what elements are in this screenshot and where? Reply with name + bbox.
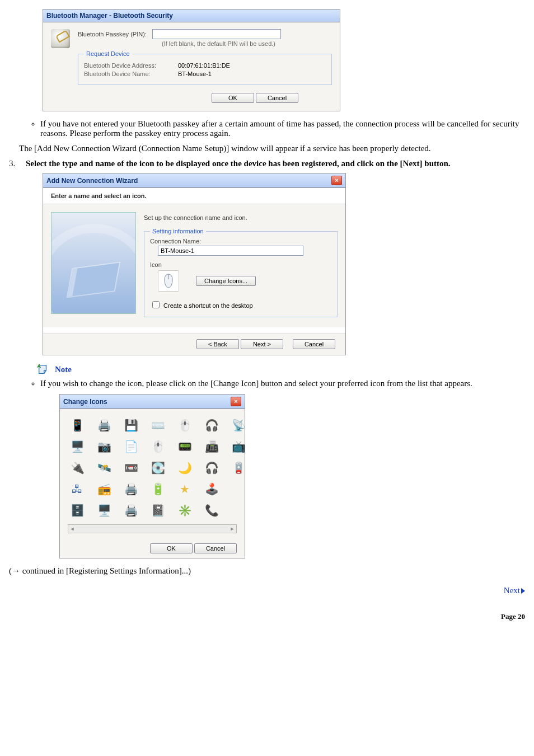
ok-button[interactable]: OK: [150, 543, 193, 553]
step-instruction: Select the type and name of the icon to …: [26, 159, 451, 168]
ok-button[interactable]: OK: [212, 93, 254, 103]
cancel-button[interactable]: Cancel: [256, 93, 298, 103]
back-button[interactable]: < Back: [196, 339, 239, 349]
device-name-value: BT-Mouse-1: [178, 71, 212, 77]
icon-option[interactable]: 📺: [229, 438, 248, 455]
icon-option[interactable]: 📻: [95, 481, 114, 497]
dialog-title: Bluetooth Manager - Bluetooth Security: [46, 12, 173, 20]
icon-grid[interactable]: 📱 🖨️ 💾 ⌨️ 🖱️ 🎧 📡 🖥️ 📷 📄 🖱️ 📟 📠 📺 🔌 🛰️ 📼 …: [60, 409, 245, 524]
wizard-instruction: Set up the connection name and icon.: [144, 214, 338, 221]
next-page-link[interactable]: Next: [504, 586, 525, 595]
icon-option[interactable]: 🖥️: [68, 438, 87, 455]
icon-option[interactable]: 🛰️: [95, 459, 114, 476]
change-icons-dialog: Change Icons × 📱 🖨️ 💾 ⌨️ 🖱️ 🎧 📡 🖥️ 📷 📄 🖱…: [59, 394, 245, 558]
device-name-label: Bluetooth Device Name:: [84, 71, 174, 77]
next-button[interactable]: Next >: [241, 339, 283, 349]
passkey-input[interactable]: [152, 29, 281, 39]
icon-option[interactable]: 🔋: [148, 481, 167, 497]
cancel-button[interactable]: Cancel: [293, 339, 335, 349]
icon-option[interactable]: ⌨️: [148, 417, 167, 434]
key-icon: [51, 29, 70, 48]
page-footer: Page 20: [9, 612, 525, 621]
icon-option[interactable]: 🌙: [175, 459, 194, 476]
wizard-subtitle: Enter a name and select an icon.: [43, 188, 345, 204]
bluetooth-security-dialog: Bluetooth Manager - Bluetooth Security B…: [43, 9, 340, 111]
device-address-value: 00:07:61:01:B1:DE: [178, 62, 230, 69]
change-icons-button[interactable]: Change Icons...: [196, 276, 256, 286]
dialog-titlebar: Add New Connection Wizard ×: [43, 173, 345, 188]
wizard-detected-line: The [Add New Connection Wizard (Connecti…: [19, 144, 525, 153]
close-icon[interactable]: ×: [331, 176, 342, 185]
group-title: Setting information: [150, 228, 206, 234]
dialog-title: Change Icons: [63, 398, 107, 406]
icon-label: Icon: [150, 261, 331, 268]
close-icon[interactable]: ×: [231, 397, 241, 406]
icon-option[interactable]: 📄: [121, 438, 140, 455]
passkey-label: Bluetooth Passkey (PIN):: [78, 31, 147, 37]
timeout-note: If you have not entered your Bluetooth p…: [40, 119, 525, 138]
icon-option[interactable]: 📡: [229, 417, 248, 434]
dialog-titlebar: Bluetooth Manager - Bluetooth Security: [43, 10, 340, 22]
setting-information-group: Setting information Connection Name: Ico…: [144, 228, 338, 317]
icon-option[interactable]: 🖨️: [121, 502, 140, 519]
dialog-titlebar: Change Icons ×: [60, 395, 245, 409]
icon-option[interactable]: 🗄️: [68, 502, 87, 519]
icon-option[interactable]: 🎧: [202, 417, 221, 434]
change-icon-note: If you wish to change the icon, please c…: [40, 379, 525, 388]
create-shortcut-checkbox[interactable]: [152, 301, 160, 308]
continued-line: (→ continued in [Registering Settings In…: [9, 566, 525, 576]
icon-option[interactable]: 🕹️: [202, 481, 221, 497]
icon-option[interactable]: [229, 502, 248, 519]
icon-option[interactable]: 🖱️: [148, 438, 167, 455]
icon-option[interactable]: 🎧: [202, 459, 221, 476]
icon-option[interactable]: ✳️: [175, 502, 194, 519]
icon-option[interactable]: 🖱️: [175, 417, 194, 434]
icon-option[interactable]: 📓: [148, 502, 167, 519]
step-number: 3.: [9, 159, 19, 168]
device-address-label: Bluetooth Device Address:: [84, 62, 174, 69]
connection-name-input[interactable]: [158, 246, 303, 256]
icon-option[interactable]: ★: [175, 481, 194, 497]
mouse-icon: [162, 273, 175, 289]
note-label: Note: [55, 365, 72, 374]
horizontal-scrollbar[interactable]: ◄ ►: [68, 524, 237, 533]
request-device-group: Request Device Bluetooth Device Address:…: [78, 50, 332, 85]
icon-option[interactable]: 🖨️: [121, 481, 140, 497]
icon-option[interactable]: 🖥️: [95, 502, 114, 519]
icon-option[interactable]: 🖨️: [95, 417, 114, 434]
icon-option[interactable]: 📞: [202, 502, 221, 519]
scroll-left-icon[interactable]: ◄: [68, 526, 76, 532]
add-connection-wizard-dialog: Add New Connection Wizard × Enter a name…: [43, 173, 346, 355]
scroll-right-icon[interactable]: ►: [228, 526, 236, 532]
connection-name-label: Connection Name:: [150, 238, 331, 245]
wizard-art: [51, 212, 136, 314]
icon-option[interactable]: 💽: [148, 459, 167, 476]
cancel-button[interactable]: Cancel: [194, 543, 237, 553]
chevron-right-icon: [521, 588, 525, 594]
note-icon: [37, 363, 49, 375]
icon-option[interactable]: 📟: [175, 438, 194, 455]
icon-preview: [158, 270, 179, 292]
create-shortcut-label: Create a shortcut on the desktop: [163, 302, 253, 309]
next-label: Next: [504, 586, 520, 595]
icon-option[interactable]: [229, 481, 248, 497]
dialog-title: Add New Connection Wizard: [46, 177, 138, 185]
passkey-hint: (If left blank, the default PIN will be …: [162, 40, 332, 47]
icon-option[interactable]: 📱: [68, 417, 87, 434]
group-title: Request Device: [84, 50, 132, 57]
icon-option[interactable]: 📼: [121, 459, 140, 476]
icon-option[interactable]: 🖧: [68, 481, 87, 497]
icon-option[interactable]: 💾: [121, 417, 140, 434]
icon-option[interactable]: 📠: [202, 438, 221, 455]
icon-option[interactable]: 📷: [95, 438, 114, 455]
icon-option[interactable]: 🪫: [229, 459, 248, 476]
icon-option[interactable]: 🔌: [68, 459, 87, 476]
